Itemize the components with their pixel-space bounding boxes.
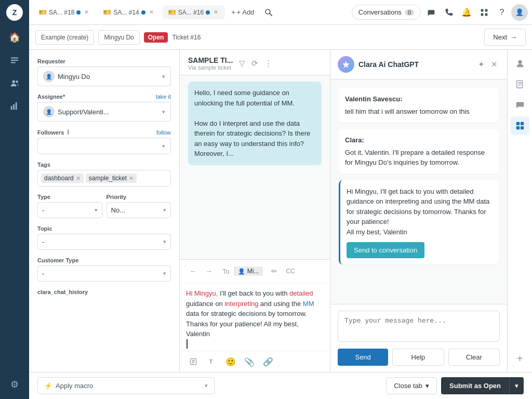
search-button[interactable] bbox=[260, 4, 277, 21]
ai-star-icon[interactable]: ✦ bbox=[476, 59, 487, 70]
requester-select[interactable]: 👤 Mingyu Do ▾ bbox=[37, 66, 171, 86]
topic-label: Topic bbox=[37, 225, 171, 232]
svg-rect-6 bbox=[13, 104, 15, 110]
far-right-person-icon[interactable] bbox=[511, 54, 529, 73]
ai-conversation-area[interactable]: Valentin Savescu: tell him that i will a… bbox=[330, 79, 507, 304]
tab-14-label: SA... #14 bbox=[113, 9, 139, 16]
tickets-icon[interactable] bbox=[4, 50, 25, 71]
apply-macro-button[interactable]: ⚡ Apply macro ▾ bbox=[37, 377, 215, 394]
breadcrumb-example-create[interactable]: Example (create) bbox=[35, 30, 94, 45]
more-icon[interactable]: ⋮ bbox=[262, 58, 274, 69]
ai-help-button[interactable]: Help bbox=[392, 349, 444, 366]
tab-14-close[interactable]: ✕ bbox=[148, 8, 155, 16]
ai-message-input[interactable] bbox=[338, 311, 500, 342]
ai-panel: Clara Ai ChatGPT ✦ ✕ Valentin Savescu: t… bbox=[330, 50, 507, 372]
tags-label: Tags bbox=[37, 162, 171, 168]
svg-rect-19 bbox=[520, 122, 523, 125]
compose-redo-btn[interactable]: → bbox=[202, 264, 216, 278]
ticket-icon-14: 🎫 bbox=[103, 8, 111, 16]
compose-undo-btn[interactable]: ← bbox=[186, 264, 201, 278]
far-right-plus-icon[interactable]: + bbox=[511, 349, 529, 368]
bottom-bar: ⚡ Apply macro ▾ Close tab ▾ Submit as Op… bbox=[29, 372, 532, 399]
topic-select[interactable]: - ▾ bbox=[37, 234, 171, 250]
compose-recipient[interactable]: 👤 Mi... bbox=[234, 267, 263, 276]
tab-14[interactable]: 🎫 SA... #14 ✕ bbox=[98, 5, 160, 19]
compose-attachment-icon[interactable]: 📎 bbox=[242, 354, 257, 369]
chat-icon-btn[interactable] bbox=[423, 4, 440, 21]
compose-edit-recipient-btn[interactable]: ✏ bbox=[267, 264, 282, 278]
clara-chat-label: clara_chat_history bbox=[37, 289, 171, 295]
add-tab-button[interactable]: + + Add bbox=[227, 5, 258, 19]
reporting-icon[interactable] bbox=[4, 96, 25, 116]
settings-icon[interactable]: ⚙ bbox=[4, 374, 25, 395]
customers-icon[interactable] bbox=[4, 73, 25, 94]
tags-container[interactable]: dashboard ✕ sample_ticket ✕ bbox=[37, 170, 171, 187]
ai-clear-button[interactable]: Clear bbox=[448, 349, 500, 366]
breadcrumb-mingyu-do[interactable]: Mingyu Do bbox=[98, 30, 139, 45]
assignee-select[interactable]: 👤 Support/Valenti... ▾ bbox=[37, 102, 171, 122]
top-bar-icons: 🔔 ? 👤 bbox=[423, 4, 528, 21]
ai-input-area: Send Help Clear bbox=[330, 304, 507, 372]
compose-recipient-avatar: 👤 bbox=[238, 268, 245, 275]
ai-sender-clara: Clara: bbox=[345, 135, 493, 145]
breadcrumb-status-badge: Open bbox=[144, 32, 168, 43]
help-icon-btn[interactable]: ? bbox=[494, 4, 510, 21]
top-bar: 🎫 SA... #18 ✕ 🎫 SA... #14 ✕ 🎫 SA... #16 … bbox=[29, 0, 532, 25]
far-right-grid-icon[interactable] bbox=[511, 116, 529, 135]
svg-rect-10 bbox=[481, 9, 484, 11]
submit-as-open-button[interactable]: Submit as Open bbox=[441, 377, 509, 394]
middle-panel: SAMPLE TI... Via sample ticket ▽ ⟳ ⋮ Hel… bbox=[180, 50, 330, 372]
conversations-button[interactable]: Conversations 0 bbox=[352, 5, 421, 20]
far-right-book-icon[interactable] bbox=[511, 75, 529, 94]
ai-message-clara: Clara: Got it, Valentin. I'll prepare a … bbox=[339, 129, 499, 174]
grid-icon-btn[interactable] bbox=[476, 4, 493, 21]
messages-area[interactable]: Hello, I need some guidance on unlocking… bbox=[180, 75, 330, 259]
tab-18[interactable]: 🎫 SA... #18 ✕ bbox=[33, 5, 96, 19]
bell-icon-btn[interactable]: 🔔 bbox=[458, 4, 475, 21]
ai-sender-valentin: Valentin Savescu: bbox=[345, 94, 493, 104]
svg-rect-0 bbox=[11, 58, 18, 59]
compose-emoji-icon[interactable]: 🙂 bbox=[223, 354, 238, 369]
send-to-conversation-button[interactable]: Send to conversation bbox=[347, 242, 424, 258]
svg-point-4 bbox=[16, 81, 18, 83]
history-icon[interactable]: ⟳ bbox=[249, 58, 260, 69]
followers-select[interactable]: ▾ bbox=[37, 138, 171, 154]
tab-18-dot bbox=[76, 10, 81, 15]
ai-header-icons: ✦ ✕ bbox=[476, 59, 500, 70]
macro-chevron-icon: ▾ bbox=[205, 382, 208, 389]
compose-to-label: To bbox=[222, 268, 230, 275]
tab-16[interactable]: 🎫 SA... #16 ✕ bbox=[163, 5, 225, 19]
compose-cc-btn[interactable]: CC bbox=[286, 268, 295, 275]
tag-sample-ticket: sample_ticket ✕ bbox=[86, 174, 137, 183]
take-it-link[interactable]: take it bbox=[156, 94, 171, 100]
breadcrumb-bar: Example (create) Mingyu Do Open Ticket #… bbox=[29, 25, 532, 50]
compose-new-icon[interactable] bbox=[186, 354, 201, 369]
ai-send-button[interactable]: Send bbox=[338, 349, 388, 366]
compose-link-icon[interactable]: 🔗 bbox=[261, 354, 275, 369]
type-select[interactable]: - ▾ bbox=[37, 202, 102, 218]
tab-18-close[interactable]: ✕ bbox=[83, 8, 90, 16]
priority-select[interactable]: No... ▾ bbox=[107, 202, 171, 218]
filter-icon[interactable]: ▽ bbox=[237, 58, 247, 69]
submit-button-group: Submit as Open ▾ bbox=[441, 377, 524, 394]
far-right-chat-icon[interactable] bbox=[511, 96, 529, 114]
next-button[interactable]: Next → bbox=[484, 29, 526, 46]
tag-sample-ticket-close[interactable]: ✕ bbox=[129, 175, 134, 182]
home-icon[interactable]: 🏠 bbox=[4, 27, 25, 48]
submit-dropdown-button[interactable]: ▾ bbox=[509, 377, 524, 394]
svg-rect-1 bbox=[11, 60, 18, 61]
compose-body[interactable]: Hi Mingyu, I'll get back to you with det… bbox=[180, 283, 330, 351]
tag-dashboard-close[interactable]: ✕ bbox=[76, 175, 81, 182]
nav-logo[interactable]: Z bbox=[6, 4, 23, 21]
compose-format-icon[interactable]: T bbox=[205, 354, 219, 369]
customer-type-select[interactable]: - ▾ bbox=[37, 265, 171, 282]
user-avatar[interactable]: 👤 bbox=[511, 4, 528, 21]
phone-icon-btn[interactable] bbox=[441, 4, 457, 21]
close-tab-button[interactable]: Close tab ▾ bbox=[386, 377, 437, 394]
left-panel: Requester 👤 Mingyu Do ▾ Assignee* take i… bbox=[29, 50, 180, 372]
ai-close-icon[interactable]: ✕ bbox=[489, 59, 500, 70]
follow-link[interactable]: follow bbox=[156, 129, 171, 136]
svg-rect-13 bbox=[485, 13, 488, 16]
assignee-label: Assignee* take it bbox=[37, 94, 171, 100]
tab-16-close[interactable]: ✕ bbox=[212, 8, 220, 16]
